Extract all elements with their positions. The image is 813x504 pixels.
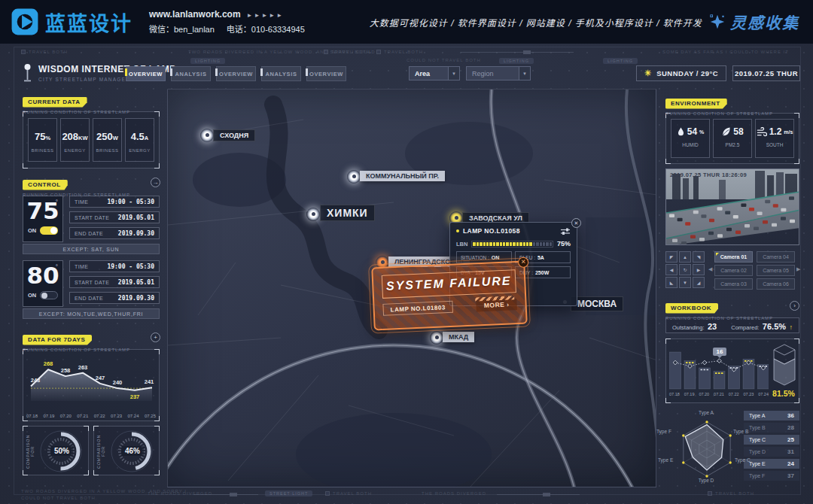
system-failure-alert: ✕ SYSTEM FAILURE LAMP NO.L01803 MORE › xyxy=(371,261,527,331)
legend-row-type-e[interactable]: Type E24 xyxy=(744,459,799,469)
website-link[interactable]: www.lanlanwork.com xyxy=(149,9,241,20)
brightness-level-box-1: ° 75 ON xyxy=(23,196,63,242)
alert-title: SYSTEM FAILURE xyxy=(382,269,516,299)
camera-06-button[interactable]: Camera 06 xyxy=(757,278,795,290)
map-label-khimki[interactable]: ХИМКИ xyxy=(320,205,375,221)
pan-left-button[interactable]: ◀ xyxy=(665,264,678,275)
city-map[interactable]: СХОДНЯ КОММУНАЛЬНЫЙ ПР. ХИМКИ ЗАВОДСКАЯ … xyxy=(167,89,656,487)
control-expand-button[interactable]: → xyxy=(151,178,160,187)
decor-slider[interactable] xyxy=(461,52,574,53)
radar-label-c: Type C xyxy=(735,457,751,463)
week-chart-header: DATA FOR 7DAYS RUNNING CONDITION OF STRE… xyxy=(23,331,130,352)
camera-02-button[interactable]: Camera 02 xyxy=(714,265,753,276)
pan-up-button[interactable]: ▲ xyxy=(679,251,691,263)
map-pin[interactable] xyxy=(200,129,214,142)
close-icon[interactable]: ✕ xyxy=(571,218,581,228)
tab-bar: OVERVIEW ANALYSIS OVERVIEW ANALYSIS OVER… xyxy=(126,66,346,81)
chevron-down-icon[interactable]: ▼ xyxy=(519,67,530,80)
map-label-skhodnya[interactable]: СХОДНЯ xyxy=(213,129,255,141)
pan-down-right-button[interactable]: ◢ xyxy=(693,277,705,288)
area-select[interactable]: Area▼ xyxy=(409,66,460,80)
legend-row-type-d[interactable]: Type D31 xyxy=(744,447,799,457)
status-dot xyxy=(456,229,459,232)
decor-text: COULD NOT TRAVEL BOTH xyxy=(406,58,481,62)
header-contacts: www.lanlanwork.com►►►►► 微信：ben_lanlan电话：… xyxy=(149,9,317,35)
power-toggle[interactable] xyxy=(40,291,58,299)
inspiration-collect[interactable]: 灵感收集 xyxy=(709,11,799,33)
decor-street-light-badge: STREET LIGHT xyxy=(265,490,312,496)
sparkle-icon xyxy=(709,14,726,30)
decor-text: THE ROADS DIVERGED xyxy=(148,491,212,496)
tab-overview-2[interactable]: OVERVIEW xyxy=(216,66,256,81)
sliders-icon[interactable] xyxy=(560,228,571,235)
close-icon[interactable]: ✕ xyxy=(518,257,529,268)
pan-up-right-button[interactable]: ◥ xyxy=(693,251,705,263)
week-x-label: 07.24 xyxy=(128,414,139,418)
brightness-level-box-2: ° 80 ON xyxy=(23,260,63,307)
camera-01-button[interactable]: Camera 01 xyxy=(714,251,753,263)
workbook-x-label: 07.24 xyxy=(758,392,769,396)
map-pin[interactable] xyxy=(306,208,320,221)
degree-mark: ° xyxy=(56,263,58,270)
map-label-moskva[interactable]: МОСКВА xyxy=(571,296,623,311)
camera-list-next-icon[interactable]: ▶ xyxy=(796,266,800,272)
weather-widget: ☀ SUNNDAY / 29°C xyxy=(636,65,726,81)
camera-04-button[interactable]: Camera 04 xyxy=(757,251,795,263)
pan-right-button[interactable]: ▶ xyxy=(693,264,705,275)
week-chart-add-button[interactable]: + xyxy=(151,332,160,342)
decor-slider[interactable] xyxy=(497,494,580,495)
workbook-x-label: 07.23 xyxy=(744,392,754,396)
decor-slider[interactable] xyxy=(194,494,258,495)
environment-panel: 54% HUMID 58 PM2.5 xyxy=(665,113,799,164)
power-toggle[interactable] xyxy=(40,226,58,235)
date-widget: 2019.07.25 THUR xyxy=(732,65,800,81)
camera-feed[interactable]: 2019.07.25 THUR 18:26:09 xyxy=(665,169,799,245)
pan-down-left-button[interactable]: ◣ xyxy=(665,277,678,288)
tab-overview-1[interactable]: OVERVIEW xyxy=(126,66,166,81)
brightness-slider[interactable] xyxy=(471,241,553,247)
legend-row-type-a[interactable]: Type A36 xyxy=(744,411,799,421)
svg-text:243: 243 xyxy=(31,377,41,384)
tab-overview-3[interactable]: OVERVIEW xyxy=(306,66,346,81)
week-x-label: 07.18 xyxy=(26,414,38,418)
tab-analysis-1[interactable]: ANALYSIS xyxy=(171,66,211,81)
camera-list-prev-icon[interactable]: ◀ xyxy=(708,266,712,272)
sun-icon: ☀ xyxy=(644,68,652,78)
region-select[interactable]: Region▼ xyxy=(466,66,531,80)
bar-tooltip: 16 xyxy=(713,348,727,356)
gauge-value: 50% xyxy=(50,446,73,456)
legend-row-type-c[interactable]: Type C25 xyxy=(744,435,799,445)
map-label-mkad[interactable]: МКАД xyxy=(443,332,474,342)
camera-03-button[interactable]: Camera 03 xyxy=(714,278,753,290)
map-pin[interactable] xyxy=(430,331,443,345)
tab-analysis-2[interactable]: ANALYSIS xyxy=(261,66,301,81)
pan-up-left-button[interactable]: ◤ xyxy=(665,251,678,263)
camera-05-button[interactable]: Camera 05 xyxy=(757,265,795,276)
svg-text:263: 263 xyxy=(78,364,88,371)
reset-view-button[interactable]: ↻ xyxy=(679,264,691,275)
map-label-kommunalny[interactable]: КОММУНАЛЬНЫЙ ПР. xyxy=(360,171,445,181)
chevron-right-icon: › xyxy=(507,301,510,308)
workbook-header: WORKBOOK RUNNING CONDITION OF STREETLAMP xyxy=(665,299,773,320)
failed-lamp-id: LAMP NO.L01803 xyxy=(382,301,453,316)
stat-card-energy: 208KW ENERGY xyxy=(60,118,90,162)
workbook-x-label: 07.19 xyxy=(684,392,695,396)
end-date-row: END DATE2019.09.30 xyxy=(69,227,160,239)
workbook-more-button[interactable]: › xyxy=(790,301,799,311)
week-x-axis: 07.1807.1907.2007.2107.2207.2307.2407.25 xyxy=(26,414,156,418)
legend-row-type-b[interactable]: Type B28 xyxy=(744,423,799,433)
map-pin[interactable] xyxy=(347,170,361,184)
svg-text:240: 240 xyxy=(113,379,123,386)
wechat-label: 微信：ben_lanlan xyxy=(149,25,215,34)
collect-label: 灵感收集 xyxy=(730,11,799,33)
workbook-x-label: 07.21 xyxy=(714,392,724,396)
stat-card-energy-2: 4.5A ENERGY xyxy=(125,118,154,162)
pan-down-button[interactable]: ▼ xyxy=(679,277,691,288)
chevron-down-icon[interactable]: ▼ xyxy=(448,67,459,80)
radar-label-a: Type A xyxy=(687,410,726,415)
radar-label-d: Type D xyxy=(687,478,726,483)
week-x-label: 07.22 xyxy=(94,414,105,418)
decor-checkbox-item: TRAVEL BOTH xyxy=(21,50,68,54)
legend-row-type-f[interactable]: Type F37 xyxy=(744,471,799,481)
stat-card-briness: 75% BRINESS xyxy=(28,118,57,162)
